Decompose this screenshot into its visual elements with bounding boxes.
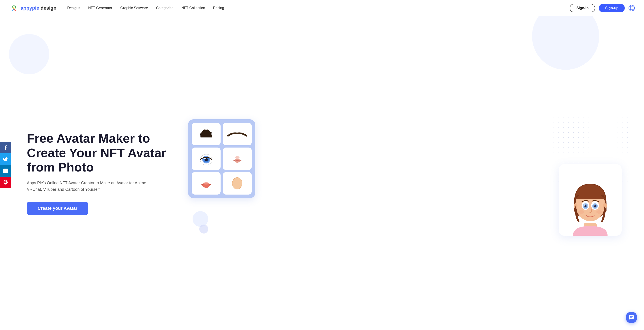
nav-categories[interactable]: Categories	[156, 6, 173, 10]
eye-cell[interactable]	[192, 148, 220, 170]
svg-point-1	[13, 8, 14, 9]
navbar: appypie design Designs NFT Generator Gra…	[0, 0, 644, 16]
nav-pricing[interactable]: Pricing	[213, 6, 224, 10]
bg-circle-2	[9, 34, 49, 74]
social-sidebar	[0, 142, 11, 188]
pinterest-button[interactable]	[0, 177, 11, 188]
avatar-selector-card	[188, 119, 255, 198]
globe-icon[interactable]	[628, 5, 635, 12]
face-cell[interactable]	[223, 172, 252, 194]
nav-links: Designs NFT Generator Graphic Software C…	[67, 6, 570, 10]
nav-nft-generator[interactable]: NFT Generator	[88, 6, 112, 10]
facebook-button[interactable]	[0, 142, 11, 153]
deco-circle	[192, 211, 208, 227]
hero-subtitle: Appy Pie's Online NFT Avatar Creator to …	[27, 180, 148, 193]
svg-point-25	[584, 204, 585, 206]
nav-actions: Sign-in Sign-up	[570, 4, 635, 12]
nav-nft-collection[interactable]: NFT Collection	[182, 6, 205, 10]
signin-button[interactable]: Sign-in	[570, 4, 595, 12]
hair-cell[interactable]	[192, 123, 220, 145]
svg-point-13	[203, 182, 209, 184]
bg-circle-1	[532, 16, 599, 70]
selector-grid	[192, 123, 252, 194]
mouth-cell[interactable]	[192, 172, 220, 194]
deco-circle-2	[199, 224, 208, 234]
svg-point-15	[233, 178, 241, 186]
linkedin-button[interactable]	[0, 165, 11, 177]
hero-title: Free Avatar Maker to Create Your NFT Ava…	[27, 131, 170, 174]
nav-designs[interactable]: Designs	[67, 6, 80, 10]
twitter-button[interactable]	[0, 153, 11, 165]
avatar-illustration	[561, 171, 619, 236]
hero-left: Free Avatar Maker to Create Your NFT Ava…	[27, 131, 170, 215]
chat-button[interactable]	[626, 312, 637, 323]
logo[interactable]: appypie design	[9, 3, 56, 13]
signup-button[interactable]: Sign-up	[599, 4, 625, 12]
svg-point-12	[235, 156, 239, 159]
svg-point-29	[594, 204, 595, 206]
avatar-preview-card	[559, 164, 622, 236]
svg-point-31	[596, 210, 602, 214]
nav-graphic-software[interactable]: Graphic Software	[120, 6, 148, 10]
lips-cell[interactable]	[223, 148, 252, 170]
logo-icon	[9, 3, 19, 13]
hero-right	[170, 106, 630, 240]
hero-section: Free Avatar Maker to Create Your NFT Ava…	[0, 16, 644, 330]
eyebrow-cell[interactable]	[223, 123, 252, 145]
logo-text: appypie design	[20, 5, 56, 11]
svg-point-30	[578, 210, 584, 214]
create-avatar-button[interactable]: Create your Avatar	[27, 202, 88, 215]
